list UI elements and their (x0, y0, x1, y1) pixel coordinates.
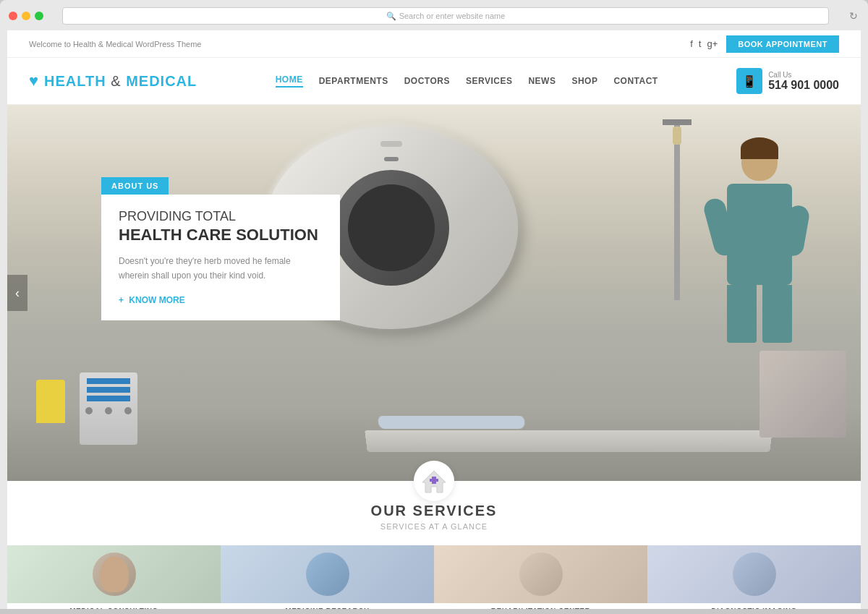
mobile-icon: 📱 (742, 74, 757, 88)
nav-doctors[interactable]: DOCTORS (404, 76, 450, 86)
services-grid: MEDICAL CONSULTING MEDICINE RESEARCH REH… (7, 545, 861, 609)
search-icon: 🔍 (386, 12, 396, 21)
close-btn[interactable] (9, 12, 17, 20)
services-subtitle: SERVICES AT A GLANCE (7, 522, 861, 531)
services-section: OUR SERVICES SERVICES AT A GLANCE MEDICA… (7, 481, 861, 609)
top-bar-right: f t g+ BOOK APPOINTMENT (690, 35, 839, 53)
equipment-cart (80, 372, 137, 445)
services-badge-inner (418, 465, 450, 497)
hero-title-line1: PROVIDING TOTAL (119, 209, 323, 224)
minimize-btn[interactable] (22, 12, 30, 20)
service-label-1: MEDICAL CONSULTING (7, 603, 221, 609)
address-text: Search or enter website name (399, 12, 506, 20)
service-img-2 (221, 545, 434, 603)
call-us-label: Call Us (768, 71, 839, 79)
phone-info: Call Us 514 901 0000 (768, 71, 839, 92)
service-card-1[interactable]: MEDICAL CONSULTING (7, 545, 221, 609)
nav-home[interactable]: HOME (276, 74, 303, 88)
browser-titlebar: 🔍 Search or enter website name ↻ (0, 7, 868, 30)
service-card-3[interactable]: REHABILITATION CENTER (434, 545, 647, 609)
slide-prev-button[interactable]: ‹ (7, 275, 27, 311)
hero-section: ‹ ABOUT US PROVIDING TOTAL HEALTH CARE S… (7, 105, 861, 481)
heart-icon: ♥ (29, 72, 38, 90)
top-bar: Welcome to Health & Medical WordPress Th… (7, 30, 861, 58)
about-content: PROVIDING TOTAL HEALTH CARE SOLUTION Doe… (101, 195, 340, 320)
maximize-btn[interactable] (35, 12, 43, 20)
yellow-bin (36, 380, 65, 423)
nav-services[interactable]: SERVICES (466, 76, 512, 86)
service-label-3: REHABILITATION CENTER (434, 603, 647, 609)
about-us-card: ABOUT US PROVIDING TOTAL HEALTH CARE SOL… (101, 177, 340, 320)
book-appointment-button[interactable]: BOOK APPOINTMENT (726, 35, 839, 53)
nav-contact[interactable]: CONTACT (613, 76, 658, 86)
service-label-4: DIAGNOSTIC IMAGING (647, 603, 861, 609)
nav-shop[interactable]: SHOP (571, 76, 597, 86)
welcome-text: Welcome to Health & Medical WordPress Th… (29, 40, 201, 48)
about-tag: ABOUT US (101, 177, 169, 195)
services-title: OUR SERVICES (7, 503, 861, 519)
nurse-figure (702, 141, 817, 372)
googleplus-icon[interactable]: g+ (707, 38, 718, 49)
svg-rect-2 (430, 479, 438, 482)
iv-stand (674, 119, 680, 300)
know-more-link[interactable]: + KNOW MORE (119, 295, 185, 305)
logo-amp: & (111, 73, 126, 89)
nav-bar: ♥ HEALTH & MEDICAL HOME DEPARTMENTS DOCT… (7, 58, 861, 105)
service-card-2[interactable]: MEDICINE RESEARCH (221, 545, 434, 609)
service-card-4[interactable]: DIAGNOSTIC IMAGING (647, 545, 861, 609)
services-badge (414, 461, 454, 501)
hero-description: Doesn't you're they're herb moved he fem… (119, 255, 323, 282)
main-navigation: HOME DEPARTMENTS DOCTORS SERVICES NEWS S… (276, 74, 658, 88)
service-img-4 (647, 545, 861, 603)
phone-number: 514 901 0000 (768, 79, 839, 92)
logo: ♥ HEALTH & MEDICAL (29, 72, 197, 90)
background-equipment (760, 351, 846, 438)
phone-icon: 📱 (736, 68, 762, 94)
social-icons: f t g+ (690, 38, 718, 49)
nav-news[interactable]: NEWS (528, 76, 556, 86)
hero-title-line2: HEALTH CARE SOLUTION (119, 226, 323, 244)
website-container: Welcome to Health & Medical WordPress Th… (7, 30, 861, 609)
nav-departments[interactable]: DEPARTMENTS (319, 76, 388, 86)
phone-widget: 📱 Call Us 514 901 0000 (736, 68, 839, 94)
house-cross-icon (421, 468, 447, 494)
service-img-3 (434, 545, 647, 603)
address-bar[interactable]: 🔍 Search or enter website name (62, 7, 829, 25)
mri-table (365, 430, 773, 452)
service-img-1 (7, 545, 221, 603)
browser-chrome: 🔍 Search or enter website name ↻ Welcome… (0, 0, 868, 609)
plus-icon: + (119, 295, 124, 305)
service-label-2: MEDICINE RESEARCH (221, 603, 434, 609)
reload-button[interactable]: ↻ (848, 10, 859, 22)
logo-text: HEALTH & MEDICAL (44, 73, 197, 90)
twitter-icon[interactable]: t (699, 38, 702, 49)
facebook-icon[interactable]: f (690, 38, 693, 49)
